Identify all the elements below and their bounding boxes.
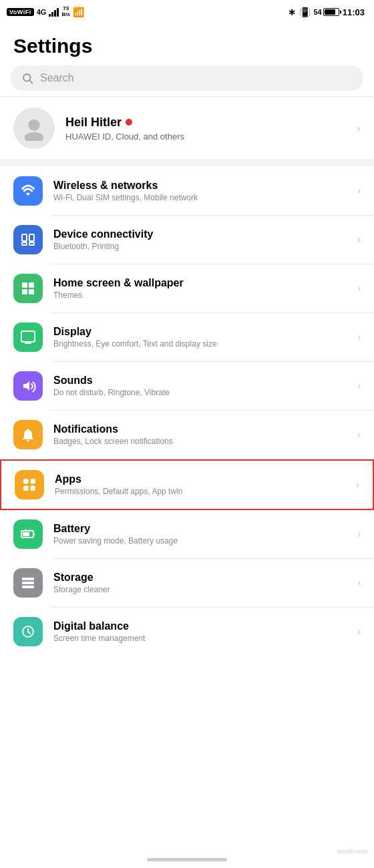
item-subtitle-wireless-networks: Wi-Fi, Dual SIM settings, Mobile network (53, 193, 347, 202)
item-text-display: DisplayBrightness, Eye comfort, Text and… (53, 326, 347, 349)
settings-list: Wireless & networksWi-Fi, Dual SIM setti… (0, 167, 374, 656)
item-text-apps: AppsPermissions, Default apps, App twin (55, 473, 345, 496)
settings-item-battery[interactable]: BatteryPower saving mode, Battery usage› (0, 510, 374, 558)
status-left: VoWiFi 4G 73 B/s 📶 (7, 6, 84, 18)
battery-fill (325, 9, 335, 15)
item-title-wireless-networks: Wireless & networks (53, 180, 347, 192)
battery-level: 54 (314, 8, 322, 16)
wifi-icon: 📶 (73, 7, 84, 17)
svg-rect-10 (22, 289, 27, 294)
sounds-icon (13, 371, 43, 401)
svg-rect-17 (31, 479, 36, 484)
page-title: Settings (0, 24, 374, 65)
settings-item-sounds[interactable]: SoundsDo not disturb, Ringtone, Vibrate› (0, 362, 374, 410)
settings-item-device-connectivity[interactable]: Device connectivityBluetooth, Printing› (0, 216, 374, 264)
network-type: 4G (37, 8, 47, 16)
item-text-notifications: NotificationsBadges, Lock screen notific… (53, 423, 347, 446)
item-subtitle-home-screen: Themes (53, 290, 347, 300)
item-chevron-sounds: › (357, 380, 361, 392)
svg-rect-21 (33, 533, 35, 535)
item-title-battery: Battery (53, 523, 347, 535)
svg-rect-8 (22, 282, 27, 288)
svg-rect-24 (22, 582, 34, 584)
item-title-digital-balance: Digital balance (53, 620, 347, 632)
item-chevron-digital-balance: › (357, 626, 361, 638)
item-text-home-screen: Home screen & wallpaperThemes (53, 277, 347, 300)
settings-item-display[interactable]: DisplayBrightness, Eye comfort, Text and… (0, 313, 374, 361)
profile-name: Heil Hitler (65, 116, 346, 130)
item-text-storage: StorageStorage cleaner (53, 572, 347, 594)
settings-item-wireless-networks[interactable]: Wireless & networksWi-Fi, Dual SIM setti… (0, 167, 374, 215)
vowifi-indicator: VoWiFi (7, 8, 34, 16)
svg-rect-23 (22, 578, 34, 580)
item-chevron-wireless-networks: › (357, 185, 361, 197)
svg-rect-18 (23, 486, 29, 491)
svg-rect-25 (22, 586, 34, 588)
item-subtitle-apps: Permissions, Default apps, App twin (55, 487, 345, 496)
avatar (13, 107, 55, 149)
device-icon (13, 225, 43, 254)
profile-chevron: › (357, 122, 361, 136)
signal-bars (49, 7, 59, 17)
svg-rect-9 (29, 282, 34, 288)
svg-rect-22 (23, 532, 29, 536)
settings-item-notifications[interactable]: NotificationsBadges, Lock screen notific… (0, 411, 374, 459)
settings-item-apps[interactable]: AppsPermissions, Default apps, App twin› (0, 459, 374, 510)
home-bar[interactable] (147, 858, 227, 861)
profile-info: Heil Hitler HUAWEI ID, Cloud, and others (65, 116, 346, 142)
item-title-display: Display (53, 326, 347, 338)
online-dot (126, 119, 132, 126)
svg-rect-7 (29, 242, 34, 245)
settings-item-storage[interactable]: StorageStorage cleaner› (0, 559, 374, 607)
battery-box (323, 8, 339, 16)
item-text-digital-balance: Digital balanceScreen time management (53, 620, 347, 643)
watermark: wsxdn.com (337, 848, 367, 855)
item-chevron-home-screen: › (357, 282, 361, 294)
profile-row[interactable]: Heil Hitler HUAWEI ID, Cloud, and others… (0, 97, 374, 160)
item-title-apps: Apps (55, 473, 345, 485)
bluetooth-icon: ∗ (288, 7, 296, 17)
profile-subtitle: HUAWEI ID, Cloud, and others (65, 132, 346, 142)
svg-rect-11 (29, 289, 34, 294)
item-text-sounds: SoundsDo not disturb, Ringtone, Vibrate (53, 375, 347, 397)
svg-rect-19 (31, 486, 36, 491)
item-title-storage: Storage (53, 572, 347, 584)
item-chevron-display: › (357, 331, 361, 343)
item-subtitle-notifications: Badges, Lock screen notifications (53, 437, 347, 446)
item-subtitle-display: Brightness, Eye comfort, Text and displa… (53, 339, 347, 349)
person-icon (21, 116, 47, 141)
svg-point-2 (28, 120, 39, 131)
item-title-home-screen: Home screen & wallpaper (53, 277, 347, 289)
svg-rect-6 (22, 242, 27, 245)
item-subtitle-sounds: Do not disturb, Ringtone, Vibrate (53, 388, 347, 397)
item-title-sounds: Sounds (53, 375, 347, 387)
item-subtitle-storage: Storage cleaner (53, 585, 347, 594)
search-icon (21, 72, 33, 84)
item-chevron-notifications: › (357, 429, 361, 441)
svg-rect-5 (29, 234, 34, 241)
battery-icon (13, 519, 43, 549)
item-title-notifications: Notifications (53, 423, 347, 435)
svg-rect-4 (22, 234, 27, 241)
item-subtitle-device-connectivity: Bluetooth, Printing (53, 242, 347, 251)
svg-rect-12 (21, 331, 35, 342)
clock: 11:03 (343, 7, 365, 17)
apps-icon (15, 470, 44, 499)
notifications-icon (13, 420, 43, 449)
status-bar: VoWiFi 4G 73 B/s 📶 ∗ 📳 54 11:03 (0, 0, 374, 24)
item-title-device-connectivity: Device connectivity (53, 228, 347, 240)
wifi-icon (13, 176, 43, 206)
display-icon (13, 322, 43, 352)
network-speed: 73 B/s (61, 6, 69, 18)
settings-item-digital-balance[interactable]: Digital balanceScreen time management› (0, 608, 374, 656)
battery-indicator: 54 (314, 8, 339, 16)
search-placeholder: Search (40, 72, 74, 84)
settings-item-home-screen[interactable]: Home screen & wallpaperThemes› (0, 264, 374, 312)
home-icon (13, 274, 43, 303)
section-gap (0, 160, 374, 167)
search-bar[interactable]: Search (11, 65, 363, 91)
svg-marker-15 (23, 381, 29, 391)
storage-icon (13, 568, 43, 598)
item-subtitle-battery: Power saving mode, Battery usage (53, 536, 347, 546)
svg-point-3 (25, 132, 44, 141)
